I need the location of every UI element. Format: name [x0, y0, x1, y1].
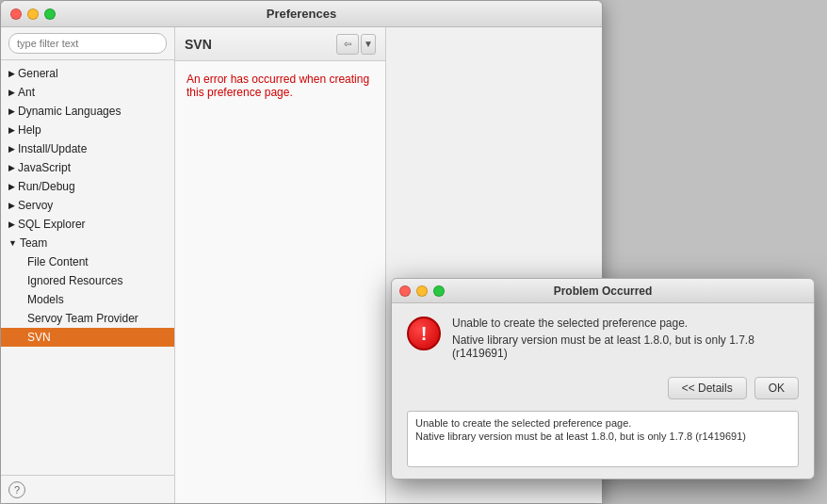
dialog-titlebar-buttons	[399, 285, 445, 297]
sidebar-item-label: Run/Debug	[18, 180, 75, 193]
sidebar-item-help[interactable]: ▶ Help	[1, 121, 174, 139]
arrow-icon: ▶	[8, 106, 15, 116]
sidebar-item-label: Team	[20, 236, 47, 250]
dialog-buttons: << Details OK	[392, 369, 814, 411]
sidebar-item-ignored-resources[interactable]: Ignored Resources	[1, 271, 174, 290]
window-title: Preferences	[267, 7, 336, 21]
sidebar-item-label: SQL Explorer	[18, 218, 86, 231]
help-icon[interactable]: ?	[8, 481, 25, 498]
details-line-1: Unable to create the selected preference…	[415, 417, 790, 429]
error-message: An error has occurred when creating this…	[186, 73, 369, 99]
sidebar-item-label: JavaScript	[18, 161, 71, 174]
maximize-button[interactable]	[44, 8, 56, 20]
dialog-titlebar: Problem Occurred	[392, 279, 814, 303]
nav-dropdown-button[interactable]: ▼	[361, 34, 376, 55]
dialog-sub-message: Native library version must be at least …	[452, 333, 799, 360]
arrow-icon: ▶	[8, 144, 15, 154]
sidebar-item-label: File Content	[27, 255, 89, 268]
filter-input[interactable]	[8, 33, 167, 54]
ok-button[interactable]: OK	[754, 377, 799, 399]
back-button[interactable]: ⇦	[336, 34, 359, 55]
sidebar-item-team[interactable]: ▼ Team	[1, 234, 174, 252]
sidebar-item-javascript[interactable]: ▶ JavaScript	[1, 158, 174, 177]
sidebar-item-label: SVN	[27, 331, 51, 344]
arrow-icon: ▶	[8, 219, 15, 229]
arrow-icon: ▶	[8, 88, 15, 97]
sidebar-bottom: ?	[1, 475, 174, 503]
filter-wrapper	[1, 27, 174, 60]
sidebar-item-run-debug[interactable]: ▶ Run/Debug	[1, 177, 174, 196]
sidebar-item-file-content[interactable]: File Content	[1, 252, 174, 271]
sidebar-item-label: Install/Update	[18, 142, 87, 155]
dialog-details-area: Unable to create the selected preference…	[407, 411, 799, 467]
dialog-main-message: Unable to create the selected preference…	[452, 317, 799, 330]
arrow-icon: ▶	[8, 125, 15, 135]
sidebar-item-general[interactable]: ▶ General	[1, 64, 174, 83]
tree-area: ▶ General ▶ Ant ▶ Dynamic Languages ▶ He…	[1, 60, 174, 475]
sidebar-item-label: Servoy Team Provider	[27, 312, 138, 325]
dialog-maximize-button[interactable]	[433, 285, 445, 297]
sidebar-item-install-update[interactable]: ▶ Install/Update	[1, 139, 174, 158]
sidebar-item-sql-explorer[interactable]: ▶ SQL Explorer	[1, 215, 174, 234]
dialog-title: Problem Occurred	[554, 285, 653, 298]
content-body: An error has occurred when creating this…	[175, 61, 385, 503]
sidebar-item-label: Ant	[18, 86, 35, 99]
details-button[interactable]: << Details	[668, 377, 747, 399]
close-button[interactable]	[10, 8, 22, 20]
error-icon: !	[407, 317, 441, 350]
sidebar-item-dynamic-languages[interactable]: ▶ Dynamic Languages	[1, 102, 174, 121]
dialog-message-area: Unable to create the selected preference…	[452, 317, 799, 360]
arrow-icon: ▶	[8, 182, 15, 191]
content-header: SVN ⇦ ▼	[175, 27, 385, 61]
sidebar: ▶ General ▶ Ant ▶ Dynamic Languages ▶ He…	[1, 27, 175, 503]
minimize-button[interactable]	[27, 8, 39, 20]
sidebar-item-servoy[interactable]: ▶ Servoy	[1, 196, 174, 215]
titlebar-buttons	[10, 8, 56, 20]
details-line-2: Native library version must be at least …	[415, 431, 790, 442]
sidebar-item-label: Servoy	[18, 199, 53, 212]
sidebar-item-label: General	[18, 67, 58, 80]
main-content: SVN ⇦ ▼ An error has occurred when creat…	[175, 27, 385, 503]
sidebar-item-ant[interactable]: ▶ Ant	[1, 83, 174, 102]
arrow-icon: ▶	[8, 163, 15, 172]
sidebar-item-label: Models	[27, 293, 64, 306]
arrow-icon: ▼	[8, 238, 17, 248]
sidebar-item-servoy-team-provider[interactable]: Servoy Team Provider	[1, 309, 174, 328]
dialog-body: ! Unable to create the selected preferen…	[392, 303, 814, 369]
sidebar-item-label: Ignored Resources	[27, 274, 122, 287]
arrow-icon: ▶	[8, 201, 15, 210]
sidebar-item-label: Dynamic Languages	[18, 105, 121, 118]
nav-buttons: ⇦ ▼	[336, 34, 376, 55]
sidebar-item-svn[interactable]: SVN	[1, 328, 174, 347]
titlebar: Preferences	[1, 1, 602, 27]
dialog-close-button[interactable]	[399, 285, 411, 297]
content-title: SVN	[185, 37, 212, 52]
problem-dialog: Problem Occurred ! Unable to create the …	[391, 278, 815, 480]
sidebar-item-label: Help	[18, 123, 41, 137]
dialog-minimize-button[interactable]	[416, 285, 428, 297]
arrow-icon: ▶	[8, 69, 15, 78]
sidebar-item-models[interactable]: Models	[1, 290, 174, 309]
